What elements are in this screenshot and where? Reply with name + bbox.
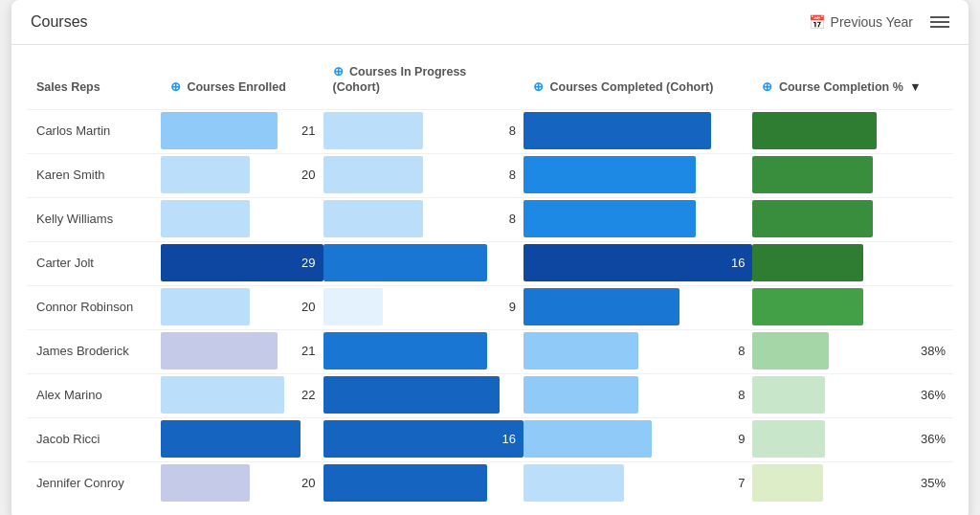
cell-name: Carlos Martin [27, 109, 161, 151]
cell-completion-pct: 60% [752, 153, 953, 195]
cell-inprogress: 13 [323, 241, 523, 283]
cell-name: Jennifer Conroy [27, 461, 161, 504]
table-row: Jacob Ricci2516936% [27, 417, 953, 459]
cell-enrolled: 25 [161, 417, 323, 459]
cell-completion-pct: 62% [752, 109, 953, 151]
table-row: Alex Marino2214836% [27, 373, 953, 415]
cell-completed: 8 [523, 373, 752, 415]
cell-enrolled: 20 [161, 461, 323, 504]
cell-enrolled: 21 [161, 109, 323, 151]
cell-enrolled: 20 [161, 197, 323, 239]
cell-enrolled: 29 [161, 241, 323, 283]
table-row: Carter Jolt29131655% [27, 241, 953, 283]
cell-name: Kelly Williams [27, 197, 161, 239]
previous-year-label: Previous Year [831, 14, 913, 30]
col-header-salesreps: Sales Reps [27, 56, 161, 107]
pct-col-icon: ⊕ [762, 79, 772, 95]
inprogress-col-icon: ⊕ [333, 64, 344, 79]
cell-inprogress: 13 [323, 461, 523, 504]
cell-completed: 13 [523, 109, 752, 151]
cell-inprogress: 8 [323, 197, 523, 239]
cell-enrolled: 22 [161, 373, 323, 415]
cell-enrolled: 20 [161, 285, 323, 327]
cell-completion-pct: 38% [752, 329, 953, 371]
cell-completed: 7 [523, 461, 752, 504]
table-row: Kelly Williams2081260% [27, 197, 953, 239]
col-header-completed: ⊕ Courses Completed (Cohort) [523, 56, 752, 107]
cell-completion-pct: 55% [752, 241, 953, 283]
cell-completed: 16 [523, 241, 752, 283]
header-controls: 📅 Previous Year [809, 14, 949, 30]
previous-year-button[interactable]: 📅 Previous Year [809, 14, 913, 30]
calendar-icon: 📅 [809, 14, 825, 30]
cell-completed: 11 [523, 285, 752, 327]
cell-completion-pct: 35% [752, 461, 953, 504]
sort-arrow-icon: ▼ [909, 79, 921, 95]
cell-name: James Broderick [27, 329, 161, 371]
cell-name: Karen Smith [27, 153, 161, 195]
cell-inprogress: 16 [323, 417, 523, 459]
col-header-pct: ⊕ Course Completion % ▼ [752, 56, 953, 107]
cell-completed: 8 [523, 329, 752, 371]
card-title: Courses [31, 13, 88, 31]
col-header-inprogress: ⊕ Courses In Progress (Cohort) [323, 56, 523, 107]
cell-inprogress: 8 [323, 153, 523, 195]
menu-button[interactable] [930, 16, 949, 28]
table-row: Jennifer Conroy2013735% [27, 461, 953, 504]
table-header-row: Sales Reps ⊕ Courses Enrolled ⊕ Courses … [27, 56, 953, 107]
cell-inprogress: 13 [323, 329, 523, 371]
cell-name: Alex Marino [27, 373, 161, 415]
cell-completion-pct: 55% [752, 285, 953, 327]
cell-inprogress: 9 [323, 285, 523, 327]
dashboard-card: Courses 📅 Previous Year Sales Reps [11, 0, 969, 515]
cell-name: Carter Jolt [27, 241, 161, 283]
card-header: Courses 📅 Previous Year [11, 0, 969, 45]
completed-col-icon: ⊕ [533, 79, 544, 95]
table-row: Connor Robinson2091155% [27, 285, 953, 327]
data-table: Sales Reps ⊕ Courses Enrolled ⊕ Courses … [27, 55, 953, 505]
cell-completed: 9 [523, 417, 752, 459]
cell-completed: 12 [523, 153, 752, 195]
table-row: James Broderick2113838% [27, 329, 953, 371]
cell-inprogress: 14 [323, 373, 523, 415]
cell-enrolled: 21 [161, 329, 323, 371]
cell-completion-pct: 36% [752, 373, 953, 415]
col-header-enrolled: ⊕ Courses Enrolled [161, 56, 323, 107]
cell-name: Jacob Ricci [27, 417, 161, 459]
table-row: Carlos Martin2181362% [27, 109, 953, 151]
cell-completion-pct: 36% [752, 417, 953, 459]
enrolled-col-icon: ⊕ [170, 79, 181, 95]
cell-enrolled: 20 [161, 153, 323, 195]
cell-inprogress: 8 [323, 109, 523, 151]
table-row: Karen Smith2081260% [27, 153, 953, 195]
table-container: Sales Reps ⊕ Courses Enrolled ⊕ Courses … [11, 45, 969, 515]
cell-name: Connor Robinson [27, 285, 161, 327]
cell-completion-pct: 60% [752, 197, 953, 239]
cell-completed: 12 [523, 197, 752, 239]
